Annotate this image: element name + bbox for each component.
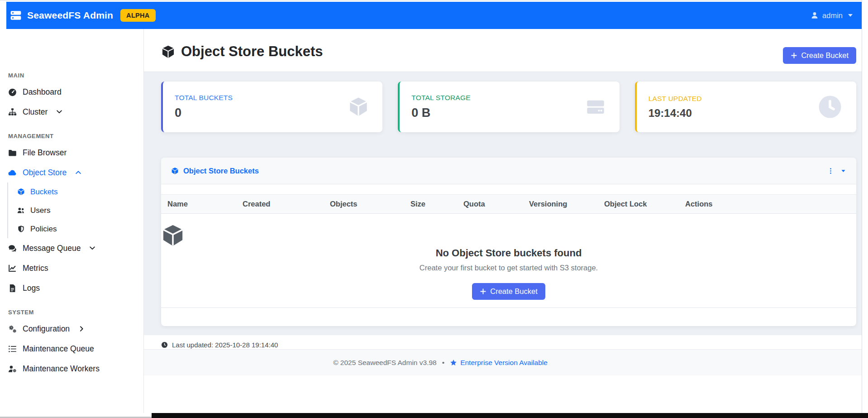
user-gear-icon	[8, 365, 17, 373]
sidebar-item-policies[interactable]: Policies	[8, 220, 143, 238]
create-bucket-button[interactable]: Create Bucket	[783, 47, 856, 64]
sidebar-item-label: Logs	[23, 283, 40, 293]
panel-title: Object Store Buckets	[171, 167, 259, 175]
top-navbar: SeaweedFS Admin ALPHA admin	[6, 2, 862, 29]
chevron-up-icon	[75, 169, 81, 176]
sidebar-item-users[interactable]: Users	[8, 201, 143, 220]
stat-label: LAST UPDATED	[649, 95, 844, 103]
sidebar-item-label: Configuration	[23, 324, 70, 334]
stat-card-last-updated: LAST UPDATED 19:14:40	[635, 82, 856, 132]
copyright-text: © 2025 SeaweedFS Admin v3.98	[333, 359, 437, 367]
window-bottom-edge-right	[152, 413, 868, 418]
panel-tools	[827, 168, 846, 174]
column-header-quota: Quota	[457, 195, 523, 214]
sidebar-item-metrics[interactable]: Metrics	[0, 258, 143, 278]
stat-label: TOTAL BUCKETS	[175, 94, 371, 102]
table-header-row: Name Created Objects Size Quota Versioni…	[161, 195, 856, 214]
user-menu[interactable]: admin	[811, 11, 853, 20]
empty-state-subtitle: Create your first bucket to get started …	[161, 264, 856, 272]
sidebar-item-object-store[interactable]: Object Store	[0, 163, 143, 183]
footer-separator: •	[442, 359, 444, 367]
sidebar-item-label: Users	[30, 206, 50, 215]
cube-icon	[17, 188, 25, 196]
alpha-badge: ALPHA	[120, 9, 155, 22]
sidebar-item-label: Message Queue	[23, 244, 81, 253]
sitemap-icon	[8, 108, 17, 116]
sidebar-item-message-queue[interactable]: Message Queue	[0, 238, 143, 258]
caret-down-icon	[848, 14, 853, 17]
content-band: TOTAL BUCKETS 0 TOTAL STORAGE 0 B LAST U…	[144, 72, 868, 335]
panel-header: Object Store Buckets	[161, 158, 856, 184]
create-bucket-label: Create Bucket	[801, 51, 849, 60]
cloud-icon	[8, 168, 17, 177]
shield-icon	[17, 225, 25, 233]
sidebar-item-file-browser[interactable]: File Browser	[0, 143, 143, 163]
sidebar-item-configuration[interactable]: Configuration	[0, 319, 143, 339]
app-title: SeaweedFS Admin	[27, 10, 113, 21]
sidebar-item-cluster[interactable]: Cluster	[0, 102, 143, 122]
gauge-icon	[8, 88, 17, 96]
sidebar-item-maintenance-queue[interactable]: Maintenance Queue	[0, 339, 143, 359]
sidebar: MAIN Dashboard Cluster MANAGEMENT File B…	[0, 29, 144, 413]
sidebar-item-label: Dashboard	[23, 87, 62, 97]
sidebar-item-logs[interactable]: Logs	[0, 278, 143, 298]
person-icon	[811, 11, 819, 19]
create-bucket-button-empty-state[interactable]: Create Bucket	[472, 283, 545, 300]
sidebar-item-label: Maintenance Queue	[23, 344, 94, 354]
stat-card-total-buckets: TOTAL BUCKETS 0	[161, 82, 382, 132]
last-updated-status: Last updated: 2025-10-28 19:14:40	[144, 335, 868, 349]
panel-title-text: Object Store Buckets	[183, 167, 259, 175]
plus-icon	[480, 288, 486, 295]
sidebar-item-label: Cluster	[23, 107, 48, 117]
stat-value: 0 B	[411, 106, 607, 120]
stat-value: 19:14:40	[649, 107, 844, 120]
empty-state-row: No Object Store buckets found Create you…	[161, 214, 856, 308]
stat-label: TOTAL STORAGE	[411, 94, 607, 102]
sidebar-item-buckets[interactable]: Buckets	[8, 183, 143, 201]
enterprise-version-link[interactable]: Enterprise Version Available	[450, 359, 548, 367]
sidebar-item-label: Maintenance Workers	[23, 364, 100, 374]
cube-icon	[161, 224, 856, 247]
hdd-stack-icon	[585, 96, 606, 117]
section-label-main: MAIN	[0, 72, 143, 79]
section-label-system: SYSTEM	[0, 309, 143, 316]
page-header: Object Store Buckets Create Bucket	[144, 29, 868, 72]
list-icon	[8, 345, 17, 353]
caret-down-icon[interactable]	[840, 168, 846, 174]
page-title-text: Object Store Buckets	[181, 43, 323, 60]
cube-icon	[161, 45, 175, 59]
chevron-down-icon	[89, 245, 95, 251]
clock-icon	[817, 94, 843, 120]
column-header-name: Name	[161, 195, 236, 214]
column-header-objects: Objects	[324, 195, 404, 214]
buckets-table: Name Created Objects Size Quota Versioni…	[161, 194, 856, 308]
sidebar-item-label: Buckets	[30, 187, 57, 197]
stat-value: 0	[175, 106, 371, 120]
scrollbar-track[interactable]	[862, 0, 868, 413]
column-header-object-lock: Object Lock	[598, 195, 679, 214]
column-header-created: Created	[236, 195, 324, 214]
sidebar-item-maintenance-workers[interactable]: Maintenance Workers	[0, 359, 143, 379]
enterprise-version-label: Enterprise Version Available	[460, 359, 548, 367]
folder-icon	[8, 149, 17, 157]
page-footer: © 2025 SeaweedFS Admin v3.98 • Enterpris…	[144, 349, 868, 375]
chevron-down-icon	[56, 109, 62, 115]
sidebar-item-label: Object Store	[23, 168, 67, 178]
plus-icon	[791, 52, 797, 59]
empty-state: No Object Store buckets found Create you…	[161, 214, 856, 308]
column-header-versioning: Versioning	[523, 195, 598, 214]
ellipsis-vertical-icon[interactable]	[827, 168, 834, 174]
page-title: Object Store Buckets	[161, 43, 323, 60]
create-bucket-label: Create Bucket	[490, 287, 538, 296]
user-name: admin	[822, 11, 843, 20]
buckets-panel: Object Store Buckets	[161, 158, 856, 326]
sidebar-item-label: Metrics	[23, 264, 48, 273]
gears-icon	[8, 325, 17, 333]
section-label-management: MANAGEMENT	[0, 133, 143, 140]
last-updated-text: Last updated: 2025-10-28 19:14:40	[172, 341, 278, 349]
brand[interactable]: SeaweedFS Admin	[10, 10, 113, 21]
comments-icon	[8, 244, 17, 253]
chevron-right-icon	[78, 326, 85, 332]
sidebar-item-dashboard[interactable]: Dashboard	[0, 82, 143, 102]
file-lines-icon	[8, 284, 17, 293]
